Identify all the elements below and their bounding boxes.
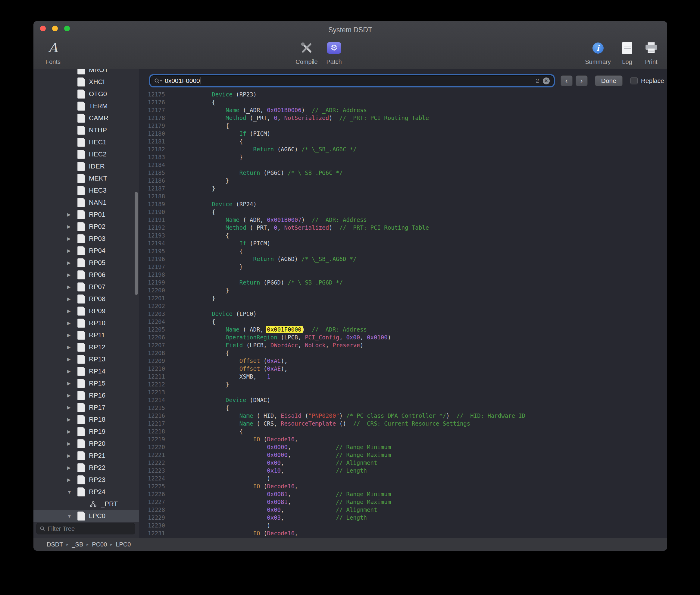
sidebar-item-rp15[interactable]: ▶RP15 [33,377,139,390]
breadcrumb-item[interactable]: DSDT [47,541,63,548]
line-number: 12217 [139,420,171,427]
chevron-right-icon[interactable]: ▶ [67,296,78,302]
chevron-right-icon[interactable]: ▶ [67,393,78,398]
sidebar-item-nthp[interactable]: NTHP [33,124,139,136]
sidebar-item-rp12[interactable]: ▶RP12 [33,341,139,353]
chevron-right-icon[interactable]: ▶ [67,272,78,278]
chevron-right-icon[interactable]: ▶ [67,284,78,290]
sidebar-scrollbar[interactable] [134,192,138,295]
sidebar-item-rp16[interactable]: ▶RP16 [33,390,139,401]
sidebar-item-rp02[interactable]: ▶RP02 [33,221,139,233]
find-next-button[interactable]: › [576,75,588,86]
line-number: 12180 [139,130,171,137]
code-text: 0x0000, // Range Minimum [171,443,391,451]
sidebar-item-rp06[interactable]: ▶RP06 [33,269,139,281]
chevron-right-icon[interactable]: ▶ [67,248,78,254]
sidebar-item-_prt[interactable]: _PRT [33,498,139,510]
sidebar-item-label: RP12 [89,343,105,351]
sidebar-item-rp13[interactable]: ▶RP13 [33,353,139,365]
sidebar-item-mrot[interactable]: MROT [33,69,139,76]
sidebar-item-xhci[interactable]: XHCI [33,76,139,88]
chevron-right-icon[interactable]: ▶ [67,236,78,242]
replace-toggle: Replace [631,77,664,84]
sidebar-item-rp19[interactable]: ▶RP19 [33,426,139,438]
breadcrumb-item[interactable]: _SB [72,541,83,548]
chevron-right-icon[interactable]: ▶ [67,212,78,217]
sidebar-item-rp11[interactable]: ▶RP11 [33,329,139,341]
code-line: 12186 } [139,177,667,185]
chevron-right-icon[interactable]: ▶ [67,369,78,374]
done-button[interactable]: Done [595,75,622,86]
sidebar-item-rp22[interactable]: ▶RP22 [33,462,139,474]
sidebar-item-label: RP17 [89,404,105,412]
sidebar-item-term[interactable]: TERM [33,100,139,112]
chevron-right-icon[interactable]: ▶ [67,333,78,338]
sidebar-item-rp23[interactable]: ▶RP23 [33,474,139,486]
sidebar-item-nan1[interactable]: NAN1 [33,197,139,208]
sidebar-item-rp03[interactable]: ▶RP03 [33,233,139,245]
sidebar-item-rp01[interactable]: ▶RP01 [33,208,139,221]
sidebar-item-ider[interactable]: IDER [33,160,139,172]
code-editor[interactable]: 12175 Device (RP23)12176 {12177 Name (_A… [139,90,667,538]
search-icon [40,526,45,531]
chevron-right-icon[interactable]: ▶ [67,260,78,265]
sidebar-item-hec1[interactable]: HEC1 [33,136,139,148]
chevron-right-icon[interactable]: ▶ [67,320,78,326]
code-text: Return (PG6D) /* \_SB_.PG6D */ [171,279,343,286]
replace-checkbox[interactable] [631,77,638,84]
sidebar-item-rp20[interactable]: ▶RP20 [33,438,139,450]
sidebar-item-lpc0[interactable]: ▼LPC0 [33,510,139,522]
print-button[interactable]: Print [629,38,667,65]
patch-button[interactable]: ⚙ Patch [311,38,357,65]
sidebar-item-rp05[interactable]: ▶RP05 [33,257,139,269]
sidebar-item-rp08[interactable]: ▶RP08 [33,293,139,305]
search-input[interactable]: 0x001F0000 2 ✕ [151,76,553,86]
code-text: Field (LPCB, DWordAcc, NoLock, Preserve) [171,341,364,349]
chevron-right-icon[interactable]: ▶ [67,441,78,446]
find-previous-button[interactable]: ‹ [560,75,573,86]
code-text: Return (PG6C) /* \_SB_.PG6C */ [171,169,343,177]
code-line: 12198 [139,271,667,279]
sidebar-item-camr[interactable]: CAMR [33,112,139,124]
code-line: 12192 Method (_PRT, 0, NotSerialized) //… [139,224,667,231]
clear-search-icon[interactable]: ✕ [543,78,550,84]
code-line: 12189 Device (RP24) [139,200,667,208]
chevron-right-icon[interactable]: ▶ [67,357,78,362]
sidebar-item-rp18[interactable]: ▶RP18 [33,414,139,426]
chevron-right-icon[interactable]: ▶ [67,405,78,410]
code-line: 12205 Name (_ADR, 0x001F0000) // _ADR: A… [139,325,667,333]
chevron-right-icon[interactable]: ▶ [67,417,78,422]
device-tree[interactable]: MROTXHCIOTG0TERMCAMRNTHPHEC1HEC2IDERMEKT… [33,69,139,523]
sidebar-item-rp04[interactable]: ▶RP04 [33,245,139,257]
sidebar-item-hec3[interactable]: HEC3 [33,185,139,197]
sidebar-item-hec2[interactable]: HEC2 [33,148,139,160]
fonts-button[interactable]: A Fonts [33,38,75,65]
breadcrumb-item[interactable]: LPC0 [116,541,131,548]
breadcrumb-item[interactable]: PC00 [92,541,107,548]
chevron-right-icon[interactable]: ▶ [67,308,78,314]
device-icon [78,511,85,520]
chevron-right-icon[interactable]: ▶ [67,453,78,458]
filter-tree-input[interactable]: Filter Tree [36,523,135,534]
chevron-right-icon[interactable]: ▶ [67,224,78,229]
chevron-right-icon[interactable]: ▶ [67,429,78,434]
sidebar-item-rp14[interactable]: ▶RP14 [33,365,139,377]
chevron-right-icon[interactable]: ▶ [67,381,78,386]
sidebar-item-rp09[interactable]: ▶RP09 [33,305,139,317]
sidebar-item-otg0[interactable]: OTG0 [33,88,139,100]
chevron-right-icon[interactable]: ▶ [67,344,78,350]
chevron-right-icon[interactable]: ▶ [67,477,78,483]
sidebar-item-rp21[interactable]: ▶RP21 [33,450,139,462]
device-icon [78,331,85,340]
chevron-down-icon[interactable]: ▼ [67,514,78,519]
sidebar-item-rp17[interactable]: ▶RP17 [33,401,139,414]
chevron-right-icon[interactable]: ▶ [67,465,78,471]
sidebar-item-rp24[interactable]: ▼RP24 [33,486,139,498]
sidebar-item-rp07[interactable]: ▶RP07 [33,281,139,293]
code-text: IO (Decode16, [171,482,298,490]
sidebar-item-rp10[interactable]: ▶RP10 [33,317,139,329]
sidebar-item-mekt[interactable]: MEKT [33,172,139,185]
code-text: Name (_ADR, 0x001F0000) // _ADR: Address [171,325,367,333]
device-icon [78,162,85,171]
chevron-down-icon[interactable]: ▼ [67,489,78,494]
